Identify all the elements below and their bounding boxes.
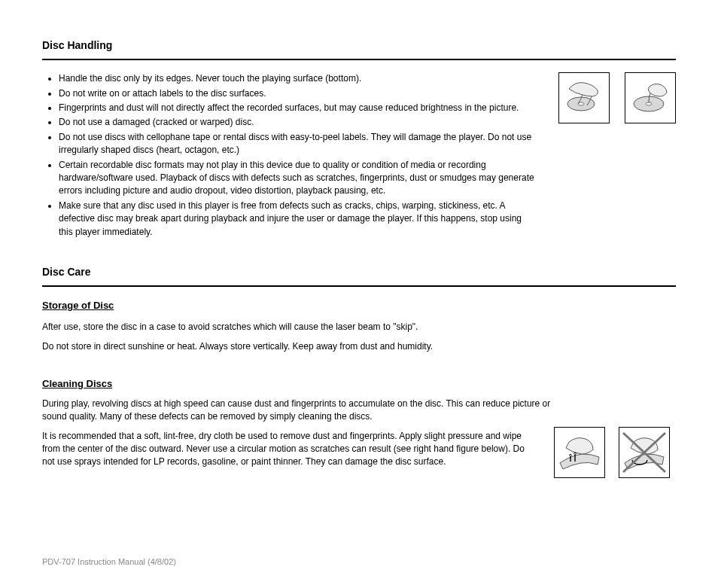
svg-point-3	[646, 102, 652, 105]
handling-text: Handle the disc only by its edges. Never…	[42, 72, 537, 240]
disc-hold-edge-figure	[558, 72, 610, 123]
wipe-radial-correct-figure	[554, 427, 605, 478]
cleaning-row: It is recommended that a soft, lint-free…	[42, 430, 676, 478]
cleaning-block: Cleaning Discs During play, revolving di…	[42, 359, 676, 478]
rule-care	[42, 285, 676, 287]
hand-disc-edge-icon	[560, 74, 608, 122]
hand-disc-center-icon	[626, 74, 674, 122]
list-item: Handle the disc only by its edges. Never…	[59, 72, 537, 85]
list-item: Fingerprints and dust will not directly …	[59, 102, 537, 114]
cleaning-heading: Cleaning Discs	[42, 377, 112, 391]
handling-figures	[558, 72, 676, 240]
handling-title: Disc Handling	[42, 38, 676, 53]
storage-para: After use, store the disc in a case to a…	[42, 321, 554, 334]
disc-hold-center-figure	[625, 72, 676, 123]
cleaning-figures	[554, 427, 670, 478]
rule-handling	[42, 59, 676, 60]
section-handling: Disc Handling Handle the disc only by it…	[42, 38, 676, 240]
cleaning-para: It is recommended that a soft, lint-free…	[42, 430, 539, 469]
list-item: Do not use discs with cellophane tape or…	[59, 131, 537, 157]
footer-text: PDV-707 Instruction Manual (4/8/02)	[42, 556, 676, 568]
list-item: Do not write on or attach labels to the …	[59, 87, 537, 100]
handling-bullets: Handle the disc only by its edges. Never…	[42, 72, 537, 239]
cleaning-para: During play, revolving discs at high spe…	[42, 398, 554, 424]
wipe-circular-crossed-icon	[620, 428, 668, 477]
storage-block: Storage of Disc After use, store the dis…	[42, 299, 676, 353]
storage-heading: Storage of Disc	[42, 299, 114, 313]
storage-para: Do not store in direct sunshine or heat.…	[42, 340, 554, 353]
wipe-circular-wrong-figure	[619, 427, 670, 478]
list-item: Certain recordable disc formats may not …	[59, 159, 537, 198]
care-title: Disc Care	[42, 264, 676, 279]
list-item: Make sure that any disc used in this pla…	[59, 200, 537, 239]
list-item: Do not use a damaged (cracked or warped)…	[59, 116, 537, 129]
wipe-radial-icon	[555, 428, 604, 477]
section-care: Disc Care Storage of Disc After use, sto…	[42, 264, 676, 478]
handling-row: Handle the disc only by its edges. Never…	[42, 72, 676, 240]
